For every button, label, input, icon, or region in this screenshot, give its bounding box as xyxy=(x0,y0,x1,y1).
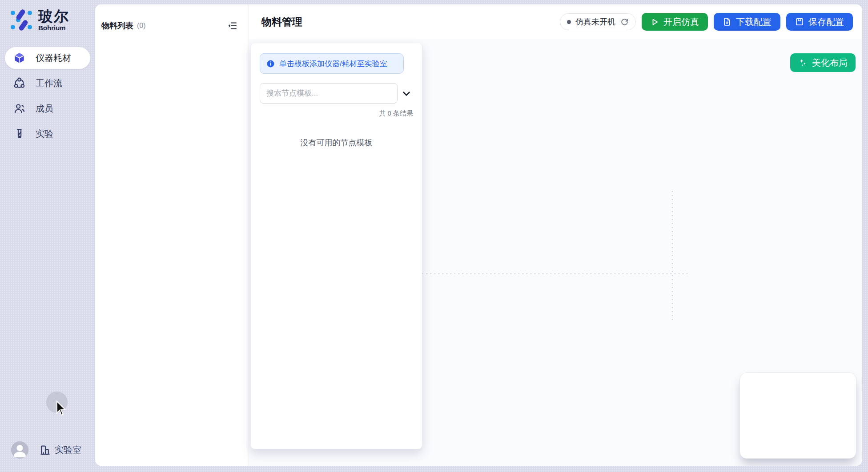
sidebar-item-label: 成员 xyxy=(36,103,53,115)
refresh-icon[interactable] xyxy=(620,17,629,26)
sidebar-item-label: 工作流 xyxy=(36,77,62,89)
sparkles-icon xyxy=(798,58,808,68)
sidebar-item-members[interactable]: 成员 xyxy=(5,98,90,120)
empty-state-text: 没有可用的节点模板 xyxy=(251,137,422,148)
minimap-panel[interactable] xyxy=(739,372,856,459)
brand-name: 玻尔 xyxy=(38,9,69,24)
sidebar-item-workflow[interactable]: 工作流 xyxy=(5,72,90,94)
collapse-panel-button[interactable] xyxy=(226,20,239,32)
page-title: 物料管理 xyxy=(261,15,302,29)
flow-canvas[interactable]: 美化布局 单击模板添加仪器/耗材至实验室 共 xyxy=(249,39,862,466)
result-count: 共 0 条结果 xyxy=(379,109,413,118)
canvas-guide-horizontal xyxy=(422,273,689,274)
hint-text: 单击模板添加仪器/耗材至实验室 xyxy=(279,59,387,69)
workspace-label: 实验室 xyxy=(55,444,81,456)
save-config-button[interactable]: 保存配置 xyxy=(786,13,853,31)
download-config-button[interactable]: 下载配置 xyxy=(714,13,780,31)
main-area: 物料管理 仿真未开机 开启仿真 xyxy=(249,4,862,466)
sidebar-item-label: 实验 xyxy=(36,128,53,140)
start-simulation-button[interactable]: 开启仿真 xyxy=(642,13,708,31)
material-list-panel: 物料列表 (0) xyxy=(95,4,249,466)
material-list-count: (0) xyxy=(137,22,146,30)
main-header: 物料管理 仿真未开机 开启仿真 xyxy=(249,4,862,39)
sidebar-nav: 仪器耗材 工作流 成员 xyxy=(5,47,90,148)
avatar[interactable] xyxy=(11,441,28,459)
cube-icon xyxy=(13,52,25,64)
sidebar-footer: 实验室 xyxy=(11,441,91,459)
simulation-status-pill: 仿真未开机 xyxy=(560,13,636,30)
workflow-icon xyxy=(13,77,25,89)
material-list-title: 物料列表 xyxy=(101,20,133,31)
sidebar-item-label: 仪器耗材 xyxy=(36,52,71,64)
sidebar: 玻尔 Bohrium 仪器耗材 xyxy=(0,0,95,472)
file-download-icon xyxy=(723,17,731,26)
simulation-status-text: 仿真未开机 xyxy=(575,16,615,27)
members-icon xyxy=(13,103,25,115)
hint-banner: 单击模板添加仪器/耗材至实验室 xyxy=(260,53,404,74)
mouse-cursor xyxy=(54,400,67,418)
info-icon xyxy=(266,60,275,68)
sidebar-item-instruments[interactable]: 仪器耗材 xyxy=(5,47,90,69)
brand-subtitle: Bohrium xyxy=(38,24,69,32)
brand-logo: 玻尔 Bohrium xyxy=(9,7,69,33)
template-search-input[interactable] xyxy=(260,83,398,104)
chevron-down-icon[interactable] xyxy=(400,88,413,100)
canvas-guide-vertical xyxy=(672,191,673,320)
sidebar-item-experiments[interactable]: 实验 xyxy=(5,123,90,145)
node-template-palette: 单击模板添加仪器/耗材至实验室 共 0 条结果 没有可用的节点模板 xyxy=(250,43,422,449)
building-icon xyxy=(40,444,51,456)
test-tube-icon xyxy=(13,128,25,140)
content-card: 物料列表 (0) 物料管理 仿真未开机 xyxy=(95,4,862,466)
workspace-switcher[interactable]: 实验室 xyxy=(40,444,81,456)
play-icon xyxy=(651,18,659,26)
status-dot-icon xyxy=(567,20,571,24)
save-icon xyxy=(795,17,804,26)
bohrium-logo-icon xyxy=(9,7,35,33)
beautify-layout-button[interactable]: 美化布局 xyxy=(790,53,856,72)
